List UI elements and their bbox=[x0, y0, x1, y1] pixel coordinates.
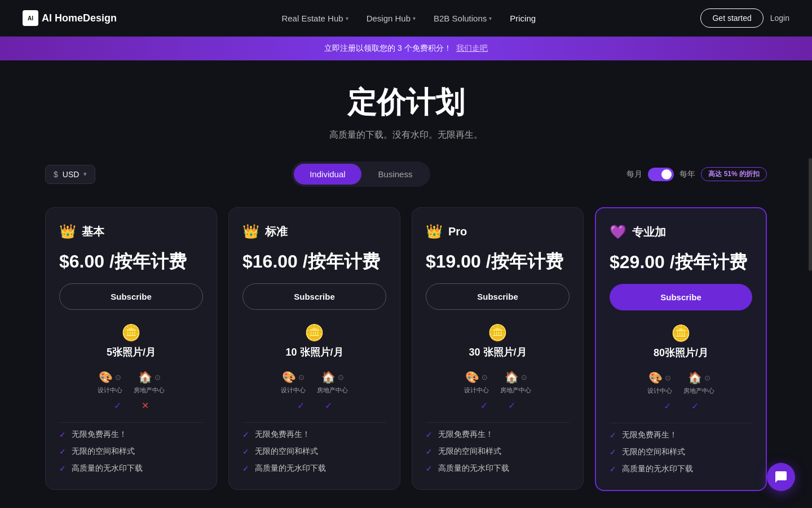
check-icon: ✓ bbox=[59, 447, 66, 456]
nav-item-real-estate[interactable]: Real Estate Hub ▾ bbox=[281, 14, 348, 23]
feature-item: ✓ 无限的空间和样式 bbox=[426, 446, 570, 457]
feature-item: ✓ 高质量的无水印下载 bbox=[242, 463, 386, 474]
pricing-cards: 👑 基本 $6.00 /按年计费 Subscribe 🪙 5张照片/月 🎨 ⊙ … bbox=[45, 207, 767, 491]
estate-check-icon: ✓ bbox=[508, 400, 515, 411]
chevron-down-icon: ▾ bbox=[346, 15, 348, 21]
question-icon: ⊙ bbox=[665, 374, 671, 382]
check-icon: ✓ bbox=[426, 430, 433, 439]
photos-label: 30 张照片/月 bbox=[426, 345, 570, 359]
question-icon: ⊙ bbox=[115, 373, 121, 382]
design-check-icon: ✓ bbox=[664, 401, 671, 411]
tier-header: 👑 标准 bbox=[242, 224, 386, 239]
design-hub-icon: 🎨 bbox=[99, 370, 113, 384]
divider bbox=[242, 422, 386, 423]
coins-icon: 🪙 bbox=[59, 323, 203, 342]
chat-button[interactable] bbox=[767, 463, 795, 491]
check-icon: ✓ bbox=[610, 465, 616, 474]
coins-icon: 🪙 bbox=[426, 323, 570, 342]
real-estate-hub-item: 🏠 ⊙ 房地产中心 bbox=[683, 371, 714, 395]
feature-item: ✓ 高质量的无水印下载 bbox=[59, 463, 203, 474]
billing-toggle-switch[interactable] bbox=[648, 168, 674, 181]
scrollbar[interactable] bbox=[809, 158, 812, 271]
currency-selector[interactable]: $ USD ▾ bbox=[45, 165, 95, 184]
question-icon: ⊙ bbox=[704, 374, 710, 382]
check-icon: ✓ bbox=[426, 464, 433, 473]
promo-text: 立即注册以领取您的 3 个免费积分！ bbox=[324, 43, 452, 54]
feature-item: ✓ 无限免费再生！ bbox=[242, 430, 386, 440]
feature-item: ✓ 无限的空间和样式 bbox=[242, 446, 386, 457]
real-estate-hub-label: 房地产中心 bbox=[683, 387, 714, 395]
check-icon: ✓ bbox=[610, 448, 616, 457]
subscribe-button[interactable]: Subscribe bbox=[242, 283, 386, 310]
photos-section: 🪙 5张照片/月 bbox=[59, 323, 203, 359]
photos-section: 🪙 10 张照片/月 bbox=[242, 323, 386, 359]
plan-pro: 👑 Pro $19.00 /按年计费 Subscribe 🪙 30 张照片/月 … bbox=[412, 207, 584, 490]
page-subtitle: 高质量的下载。没有水印。无限再生。 bbox=[45, 129, 767, 141]
real-estate-hub-label: 房地产中心 bbox=[134, 386, 165, 395]
plan-price: $16.00 /按年计费 bbox=[242, 251, 386, 272]
feature-text: 无限的空间和样式 bbox=[72, 446, 135, 457]
check-icon: ✓ bbox=[242, 447, 249, 456]
real-estate-hub-icon: 🏠 bbox=[688, 371, 702, 384]
check-icon: ✓ bbox=[59, 430, 66, 439]
subscribe-button[interactable]: Subscribe bbox=[610, 284, 752, 310]
subscribe-button[interactable]: Subscribe bbox=[426, 283, 570, 310]
photos-label: 80张照片/月 bbox=[610, 346, 752, 360]
design-hub-item: 🎨 ⊙ 设计中心 bbox=[281, 370, 306, 395]
question-icon: ⊙ bbox=[482, 373, 488, 382]
get-started-button[interactable]: Get started bbox=[700, 8, 763, 28]
hub-icons: 🎨 ⊙ 设计中心 🏠 ⊙ 房地产中心 bbox=[242, 370, 386, 395]
check-icon: ✓ bbox=[59, 464, 66, 473]
feature-list: ✓ 无限免费再生！ ✓ 无限的空间和样式 ✓ 高质量的无水印下载 bbox=[610, 430, 752, 474]
billing-monthly-label: 每月 bbox=[626, 169, 642, 179]
feature-text: 无限的空间和样式 bbox=[255, 446, 318, 457]
check-icon: ✓ bbox=[610, 431, 616, 440]
login-button[interactable]: Login bbox=[770, 14, 789, 23]
discount-badge: 高达 51% 的折扣 bbox=[701, 167, 767, 181]
design-hub-label: 设计中心 bbox=[98, 386, 122, 395]
nav-item-b2b[interactable]: B2B Solutions ▾ bbox=[434, 14, 492, 23]
chat-icon bbox=[774, 470, 788, 484]
photos-section: 🪙 30 张照片/月 bbox=[426, 323, 570, 359]
crown-icon: 👑 bbox=[59, 224, 76, 239]
logo[interactable]: AI AI HomeDesign bbox=[23, 10, 117, 26]
feature-item: ✓ 无限免费再生！ bbox=[59, 430, 203, 440]
page-title: 定价计划 bbox=[45, 83, 767, 122]
design-hub-item: 🎨 ⊙ 设计中心 bbox=[464, 370, 489, 395]
question-icon: ⊙ bbox=[521, 373, 527, 382]
plan-price: $6.00 /按年计费 bbox=[59, 251, 203, 272]
chevron-down-icon: ▾ bbox=[83, 170, 87, 178]
design-check-icon: ✓ bbox=[114, 400, 121, 411]
nav-item-design-hub[interactable]: Design Hub ▾ bbox=[367, 14, 416, 23]
promo-banner: 立即注册以领取您的 3 个免费积分！ 我们走吧 bbox=[0, 37, 812, 60]
question-icon: ⊙ bbox=[338, 373, 344, 382]
estate-check-icon: ✓ bbox=[691, 401, 699, 411]
design-hub-item: 🎨 ⊙ 设计中心 bbox=[98, 370, 122, 395]
design-hub-label: 设计中心 bbox=[647, 387, 672, 395]
feature-text: 无限免费再生！ bbox=[622, 430, 677, 440]
tab-business[interactable]: Business bbox=[363, 164, 429, 185]
promo-link[interactable]: 我们走吧 bbox=[456, 43, 488, 54]
main-content: 定价计划 高质量的下载。没有水印。无限再生。 $ USD ▾ Individua… bbox=[0, 60, 812, 508]
divider bbox=[59, 422, 203, 423]
nav-item-pricing[interactable]: Pricing bbox=[510, 14, 536, 23]
subscribe-button[interactable]: Subscribe bbox=[59, 283, 203, 310]
feature-text: 无限免费再生！ bbox=[255, 430, 310, 440]
design-check-icon: ✓ bbox=[480, 400, 488, 411]
hub-status: ✓ ✓ bbox=[610, 401, 752, 411]
real-estate-hub-item: 🏠 ⊙ 房地产中心 bbox=[134, 370, 165, 395]
nav-actions: Get started Login bbox=[700, 8, 789, 28]
chevron-down-icon: ▾ bbox=[489, 15, 492, 21]
feature-item: ✓ 高质量的无水印下载 bbox=[610, 464, 752, 474]
real-estate-hub-item: 🏠 ⊙ 房地产中心 bbox=[317, 370, 348, 395]
tab-individual[interactable]: Individual bbox=[294, 164, 361, 185]
coins-icon: 🪙 bbox=[242, 323, 386, 342]
feature-list: ✓ 无限免费再生！ ✓ 无限的空间和样式 ✓ 高质量的无水印下载 bbox=[242, 430, 386, 474]
real-estate-hub-item: 🏠 ⊙ 房地产中心 bbox=[500, 370, 531, 395]
hub-status: ✓ ✕ bbox=[59, 400, 203, 411]
real-estate-hub-icon: 🏠 bbox=[138, 370, 152, 384]
divider bbox=[610, 423, 752, 423]
plan-standard: 👑 标准 $16.00 /按年计费 Subscribe 🪙 10 张照片/月 🎨… bbox=[228, 207, 400, 490]
hub-icons: 🎨 ⊙ 设计中心 🏠 ⊙ 房地产中心 bbox=[59, 370, 203, 395]
question-icon: ⊙ bbox=[155, 373, 161, 382]
